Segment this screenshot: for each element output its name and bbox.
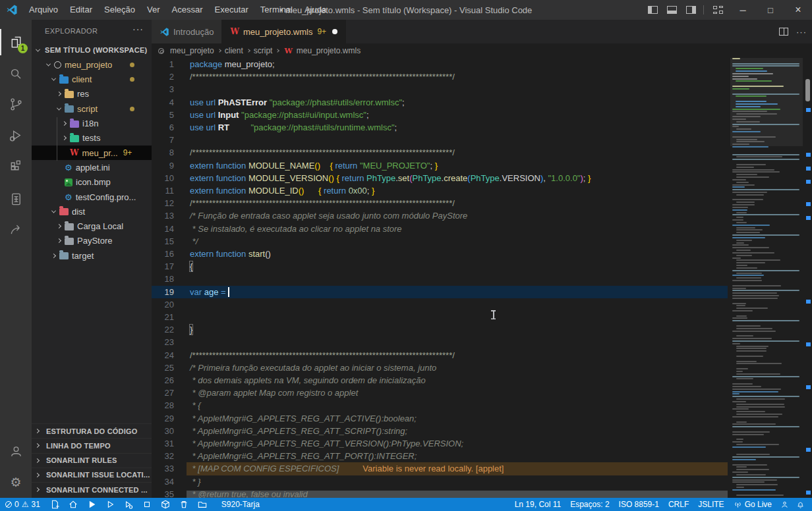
notifications-bell-icon[interactable]: [792, 498, 808, 511]
go-live-button[interactable]: Go Live: [729, 500, 776, 509]
package-icon[interactable]: [158, 498, 173, 511]
tree-item-target[interactable]: target: [32, 248, 152, 263]
tree-item-client[interactable]: client: [32, 72, 152, 87]
tree-item-carga-local[interactable]: Carga Local: [32, 219, 152, 234]
code-line-1[interactable]: 1package meu_projeto;: [152, 58, 728, 70]
problems-indicator[interactable]: 0 ⚠ 31: [5, 500, 40, 509]
maximize-button[interactable]: □: [757, 0, 784, 20]
toggle-secondary-sidebar-icon[interactable]: [686, 6, 696, 14]
section-linha-do-tempo[interactable]: LINHA DO TEMPO: [32, 438, 152, 452]
code-line-3[interactable]: 3: [152, 83, 728, 95]
code-line-9[interactable]: 9extern function MODULE_NAME() { return …: [152, 159, 728, 172]
scrollbar-thumb[interactable]: [805, 79, 810, 101]
menu-editar[interactable]: Editar: [64, 0, 98, 20]
breadcrumb-item[interactable]: meu_projeto: [170, 46, 214, 55]
menu-acessar[interactable]: Acessar: [166, 0, 209, 20]
section-sonarlint-rules[interactable]: SONARLINT RULES: [32, 453, 152, 468]
settings-gear-icon[interactable]: ⚙: [0, 469, 32, 495]
code-line-21[interactable]: 21: [152, 311, 728, 323]
toggle-sidebar-icon[interactable]: [648, 6, 658, 14]
split-editor-icon[interactable]: [779, 28, 788, 36]
activity-source-control-icon[interactable]: [0, 91, 32, 117]
minimize-button[interactable]: ─: [729, 0, 757, 20]
home-icon[interactable]: [65, 498, 81, 511]
code-line-35[interactable]: 35 * @return true, false ou invalid: [152, 488, 728, 498]
menu-seleção[interactable]: Seleção: [98, 0, 141, 20]
menu-arquivo[interactable]: Arquivo: [23, 0, 64, 20]
minimap[interactable]: [730, 58, 803, 498]
code-line-27[interactable]: 27 * @param applet Map com registro o ap…: [152, 387, 728, 399]
activity-run-debug-icon[interactable]: [0, 122, 32, 148]
folder-icon[interactable]: [194, 498, 210, 511]
code-line-19[interactable]: 19var age =: [152, 286, 728, 298]
code-line-30[interactable]: 30 * AppletMngr#G_APPLETS_REG_ATT_SCRIPT…: [152, 425, 728, 437]
status-ln[interactable]: Ln 19, Col 11: [510, 500, 566, 509]
workspace-root[interactable]: SEM TÍTULO (WORKSPACE): [32, 43, 152, 57]
close-button[interactable]: ×: [784, 0, 812, 20]
code-line-25[interactable]: 25/* Primeira função executada do applet…: [152, 362, 728, 374]
section-estrutura-do-c-digo[interactable]: ESTRUTURA DO CÓDIGO: [32, 423, 152, 438]
breadcrumb-item[interactable]: script: [254, 46, 273, 55]
code-line-22[interactable]: 22}: [152, 323, 728, 336]
code-line-10[interactable]: 10extern function MODULE_VERSION() { ret…: [152, 172, 728, 184]
new-file-icon[interactable]: [47, 498, 63, 511]
breadcrumb-item[interactable]: client: [225, 46, 243, 55]
tree-item-tests[interactable]: tests: [32, 131, 152, 146]
feedback-icon[interactable]: [776, 498, 792, 511]
code-line-5[interactable]: 5use url Input "package://phast#ui/input…: [152, 109, 728, 121]
tab-meu-projeto-wmls[interactable]: Wmeu_projeto.wmls9+: [222, 20, 346, 43]
code-line-32[interactable]: 32 * AppletMngr#G_APPLETS_REG_ATT_PORT()…: [152, 450, 728, 462]
code-line-4[interactable]: 4use url PhASTError "package://phast#uti…: [152, 96, 728, 109]
code-line-16[interactable]: 16extern function start(): [152, 248, 728, 260]
code-editor[interactable]: 1package meu_projeto;2/*****************…: [152, 58, 812, 498]
account-icon[interactable]: [0, 438, 32, 464]
breadcrumb-item[interactable]: meu_projeto.wmls: [297, 46, 361, 55]
tab-introdu-o[interactable]: Introdução: [152, 20, 222, 43]
code-line-14[interactable]: 14 * Se instalado, é executada ao clicar…: [152, 223, 728, 235]
tree-item-meu-projeto[interactable]: meu_projeto: [32, 57, 152, 72]
activity-extensions-icon[interactable]: [0, 153, 32, 179]
customize-layout-icon[interactable]: [713, 6, 723, 14]
code-line-24[interactable]: 24/*************************************…: [152, 349, 728, 362]
code-line-23[interactable]: 23: [152, 336, 728, 348]
code-line-31[interactable]: 31 * AppletMngr#G_APPLETS_REG_ATT_VERSIO…: [152, 437, 728, 450]
tree-item-paystore[interactable]: PayStore: [32, 234, 152, 248]
status-jslite[interactable]: JSLITE: [693, 500, 728, 509]
code-line-7[interactable]: 7: [152, 134, 728, 146]
toggle-panel-icon[interactable]: [667, 6, 677, 14]
breadcrumb[interactable]: meu_projetoclientscriptWmeu_projeto.wmls: [152, 43, 812, 58]
section-sonarlint-connected-[interactable]: SONARLINT CONNECTED ...: [32, 482, 152, 497]
code-line-18[interactable]: 18: [152, 273, 728, 285]
tree-item-i18n[interactable]: i18n: [32, 117, 152, 131]
code-line-20[interactable]: 20: [152, 298, 728, 311]
code-line-34[interactable]: 34 * }: [152, 475, 728, 488]
run-secondary-icon[interactable]: [102, 498, 118, 511]
menu-executar[interactable]: Executar: [209, 0, 254, 20]
activity-share-icon[interactable]: [0, 216, 32, 242]
code-line-33[interactable]: 33 * [MAP COM CONFIG ESPECIFICOS]Variabl…: [152, 462, 728, 475]
code-line-26[interactable]: 26 * dos demais applets na VM, seguindo …: [152, 374, 728, 387]
tree-item-icon-bmp[interactable]: icon.bmp: [32, 175, 152, 190]
status-espa-os-[interactable]: Espaços: 2: [566, 500, 614, 509]
activity-device-keypad-icon[interactable]: [0, 186, 32, 212]
code-line-8[interactable]: 8/**************************************…: [152, 146, 728, 159]
code-line-2[interactable]: 2/**************************************…: [152, 70, 728, 83]
tree-item-testconfig-pro-[interactable]: ⚙testConfig.pro...: [32, 190, 152, 204]
tree-item-meu-pr-[interactable]: Wmeu_pr...9+: [32, 146, 152, 160]
run-icon[interactable]: [84, 498, 100, 511]
debug-icon[interactable]: [121, 498, 136, 511]
code-line-12[interactable]: 12/*************************************…: [152, 197, 728, 209]
code-line-17[interactable]: 17{: [152, 260, 728, 273]
status-iso[interactable]: ISO 8859-1: [614, 500, 664, 509]
code-line-15[interactable]: 15 */: [152, 235, 728, 248]
stop-icon[interactable]: [139, 498, 155, 511]
explorer-more-actions[interactable]: ···: [132, 24, 144, 34]
activity-search-icon[interactable]: [0, 61, 32, 87]
trash-icon[interactable]: [176, 498, 192, 511]
code-line-13[interactable]: 13/* Função de entrada caso applet seja …: [152, 209, 728, 222]
editor-more-actions-icon[interactable]: ···: [796, 27, 807, 37]
tree-item-applet-ini[interactable]: ⚙applet.ini: [32, 160, 152, 175]
code-line-28[interactable]: 28 * {: [152, 399, 728, 412]
device-profile-label[interactable]: S920-Tarja: [217, 500, 264, 509]
tree-item-dist[interactable]: dist: [32, 204, 152, 219]
